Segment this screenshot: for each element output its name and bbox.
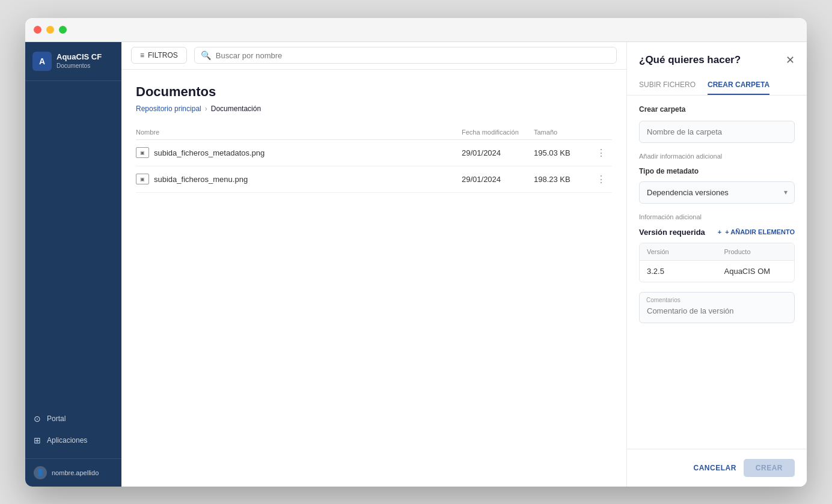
breadcrumb: Repositorio principal › Documentación xyxy=(136,105,612,113)
panel-close-button[interactable]: ✕ xyxy=(786,55,795,65)
sidebar-item-aplicaciones[interactable]: ⊞ Aplicaciones xyxy=(25,430,121,451)
titlebar xyxy=(25,18,807,42)
metadata-type-select[interactable]: Dependencia versiones xyxy=(639,181,795,204)
sidebar: A AquaCIS CF Documentos ⊙ Portal ⊞ Aplic… xyxy=(25,42,121,487)
file-browser: Documentos Repositorio principal › Docum… xyxy=(121,70,626,487)
additional-info-section-label: Información adicional xyxy=(639,213,702,220)
main-content: ≡ FILTROS 🔍 Documentos Repositorio princ… xyxy=(121,42,626,487)
version-requerida-label: Versión requerida xyxy=(639,228,705,237)
col-header-date: Fecha modificación xyxy=(462,129,534,136)
grid-icon: ⊞ xyxy=(34,436,41,445)
create-folder-title: Crear carpeta xyxy=(639,105,795,114)
version-card-header: Versión Producto xyxy=(640,243,794,261)
search-input[interactable] xyxy=(216,51,610,60)
additional-info-header: Información adicional xyxy=(639,213,795,220)
search-box: 🔍 xyxy=(194,47,617,64)
filter-button[interactable]: ≡ FILTROS xyxy=(131,47,187,64)
table-row[interactable]: ▣ subida_ficheros_metadatos.png 29/01/20… xyxy=(136,140,612,166)
app-body: A AquaCIS CF Documentos ⊙ Portal ⊞ Aplic… xyxy=(25,42,807,487)
panel-footer: CANCELAR CREAR xyxy=(627,449,807,487)
filter-label: FILTROS xyxy=(148,51,178,59)
page-title: Documentos xyxy=(136,84,612,100)
file-icon: ▣ xyxy=(136,147,149,158)
breadcrumb-separator: › xyxy=(205,105,207,113)
col-header-size: Tamaño xyxy=(534,129,594,136)
add-element-button[interactable]: + + AÑADIR ELEMENTO xyxy=(718,228,795,235)
table-row[interactable]: ▣ subida_ficheros_menu.png 29/01/2024 19… xyxy=(136,166,612,193)
file-menu-button[interactable]: ⋮ xyxy=(594,172,608,186)
logo-text: AquaCIS CF Documentos xyxy=(57,52,102,70)
file-date: 29/01/2024 xyxy=(462,175,534,184)
breadcrumb-root[interactable]: Repositorio principal xyxy=(136,105,201,113)
filter-icon: ≡ xyxy=(140,51,144,59)
file-menu-button[interactable]: ⋮ xyxy=(594,146,608,160)
maximize-window-btn[interactable] xyxy=(59,26,67,34)
tab-subir-fichero[interactable]: SUBIR FICHERO xyxy=(639,76,696,95)
version-header-cell: Versión xyxy=(640,243,717,260)
col-header-name: Nombre xyxy=(136,129,462,136)
sidebar-user[interactable]: 👤 nombre.apellido xyxy=(25,458,121,487)
portal-icon: ⊙ xyxy=(34,414,41,424)
panel-tabs: SUBIR FICHERO CREAR CARPETA xyxy=(627,76,807,96)
file-actions: ⋮ xyxy=(594,172,612,186)
comments-wrapper: Comentarios xyxy=(639,292,795,323)
file-table: Nombre Fecha modificación Tamaño ▣ subid… xyxy=(136,125,612,193)
create-button[interactable]: CREAR xyxy=(744,459,795,477)
panel-body: Crear carpeta Añadir información adicion… xyxy=(627,96,807,449)
file-name: subida_ficheros_menu.png xyxy=(154,175,248,184)
comments-label: Comentarios xyxy=(646,297,681,303)
file-size: 195.03 KB xyxy=(534,148,594,157)
metadata-type-label: Tipo de metadato xyxy=(639,167,795,175)
sidebar-portal-label: Portal xyxy=(47,414,66,423)
version-card: Versión Producto 3.2.5 AquaCIS OM xyxy=(639,243,795,282)
sidebar-logo: A AquaCIS CF Documentos xyxy=(25,42,121,81)
breadcrumb-current: Documentación xyxy=(211,105,261,113)
file-name-cell: ▣ subida_ficheros_menu.png xyxy=(136,174,462,184)
version-card-row: 3.2.5 AquaCIS OM xyxy=(640,261,794,282)
panel-title: ¿Qué quieres hacer? xyxy=(639,54,741,66)
file-name: subida_ficheros_metadatos.png xyxy=(154,148,265,157)
file-size: 198.23 KB xyxy=(534,175,594,184)
version-value-cell: 3.2.5 xyxy=(640,261,717,282)
sidebar-item-portal[interactable]: ⊙ Portal xyxy=(25,408,121,430)
close-window-btn[interactable] xyxy=(34,26,41,34)
plus-icon: + xyxy=(718,228,721,235)
additional-info-label: Añadir información adicional xyxy=(639,153,795,160)
logo-icon: A xyxy=(32,52,52,71)
file-icon: ▣ xyxy=(136,174,149,184)
product-value-cell: AquaCIS OM xyxy=(717,261,795,282)
panel-header: ¿Qué quieres hacer? ✕ xyxy=(627,42,807,76)
right-panel: ¿Qué quieres hacer? ✕ SUBIR FICHERO CREA… xyxy=(626,42,807,487)
metadata-type-wrapper: Dependencia versiones ▾ xyxy=(639,181,795,204)
sidebar-aplicaciones-label: Aplicaciones xyxy=(47,436,87,445)
app-section: Documentos xyxy=(57,62,102,70)
additional-info-section: Información adicional Versión requerida … xyxy=(639,213,795,323)
tab-crear-carpeta[interactable]: CREAR CARPETA xyxy=(708,76,769,95)
toolbar: ≡ FILTROS 🔍 xyxy=(121,42,626,70)
app-window: A AquaCIS CF Documentos ⊙ Portal ⊞ Aplic… xyxy=(25,18,807,487)
file-actions: ⋮ xyxy=(594,146,612,160)
file-name-cell: ▣ subida_ficheros_metadatos.png xyxy=(136,147,462,158)
table-header: Nombre Fecha modificación Tamaño xyxy=(136,125,612,140)
search-icon: 🔍 xyxy=(201,50,211,60)
user-name: nombre.apellido xyxy=(52,469,99,476)
app-name: AquaCIS CF xyxy=(57,52,102,62)
cancel-button[interactable]: CANCELAR xyxy=(693,464,736,472)
sidebar-nav: ⊙ Portal ⊞ Aplicaciones xyxy=(25,401,121,458)
folder-name-input[interactable] xyxy=(639,121,795,143)
product-header-cell: Producto xyxy=(717,243,795,260)
avatar: 👤 xyxy=(34,466,47,479)
file-date: 29/01/2024 xyxy=(462,148,534,157)
minimize-window-btn[interactable] xyxy=(46,26,54,34)
